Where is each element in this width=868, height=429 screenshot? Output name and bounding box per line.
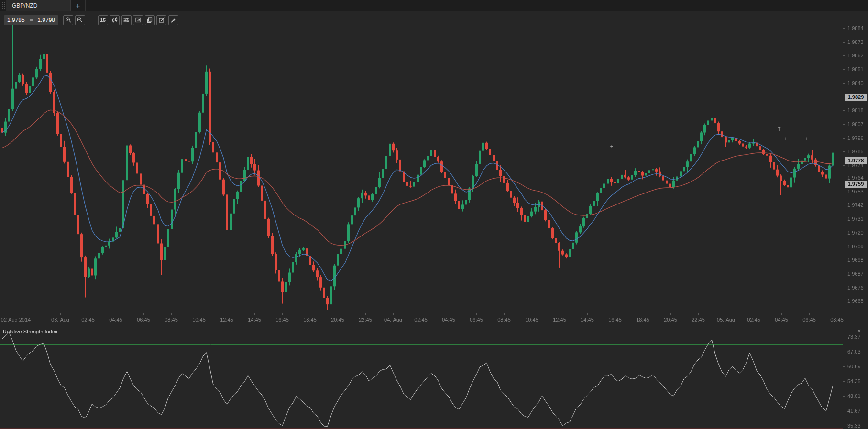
tab-gbpnzd[interactable]: GBP/NZD	[6, 0, 71, 11]
spread-icon	[30, 19, 33, 21]
new-tab-button[interactable]: +	[71, 0, 86, 11]
marker-pen-icon	[170, 17, 176, 23]
price-line-badge[interactable]: 1.9778	[845, 157, 867, 164]
rsi-close-button[interactable]: ×	[857, 328, 861, 334]
sliders-icon	[123, 17, 130, 23]
pop-out-chart-button[interactable]	[133, 15, 143, 25]
zoom-out-button[interactable]	[75, 15, 85, 25]
bid-price: 1.9785	[7, 17, 25, 23]
indicator-settings-button[interactable]	[121, 15, 132, 25]
rsi-panel-title: Relative Strength Index	[3, 329, 57, 334]
zoom-in-button[interactable]	[63, 15, 73, 25]
duplicate-chart-button[interactable]	[145, 15, 155, 25]
drawing-tools-button[interactable]	[168, 15, 178, 25]
copy-icon	[146, 17, 153, 23]
pop-out-icon	[135, 17, 142, 23]
zoom-in-icon	[65, 17, 72, 23]
price-line-badge[interactable]: 1.9829	[845, 94, 867, 101]
window-grip-icon	[1, 2, 6, 9]
zoom-out-icon	[77, 17, 83, 23]
timeframe-label: 15	[100, 17, 106, 23]
timeframe-button[interactable]: 15	[98, 15, 108, 25]
edit-icon	[158, 17, 165, 23]
tab-title: GBP/NZD	[12, 2, 37, 9]
tab-bar: GBP/NZD +	[0, 0, 868, 11]
chart-toolbar: 1.9785 1.9798 15	[4, 15, 178, 25]
bid-ask-display[interactable]: 1.9785 1.9798	[4, 15, 58, 25]
ask-price: 1.9798	[37, 17, 55, 23]
price-and-rsi-chart-canvas[interactable]	[0, 11, 868, 429]
chart-type-button[interactable]	[110, 15, 120, 25]
trading-app-window: GBP/NZD + 1.9785 1.9798 15	[0, 0, 868, 429]
annotate-button[interactable]	[156, 15, 166, 25]
price-line-badge[interactable]: 1.9759	[845, 181, 867, 188]
candlestick-icon	[111, 17, 118, 23]
